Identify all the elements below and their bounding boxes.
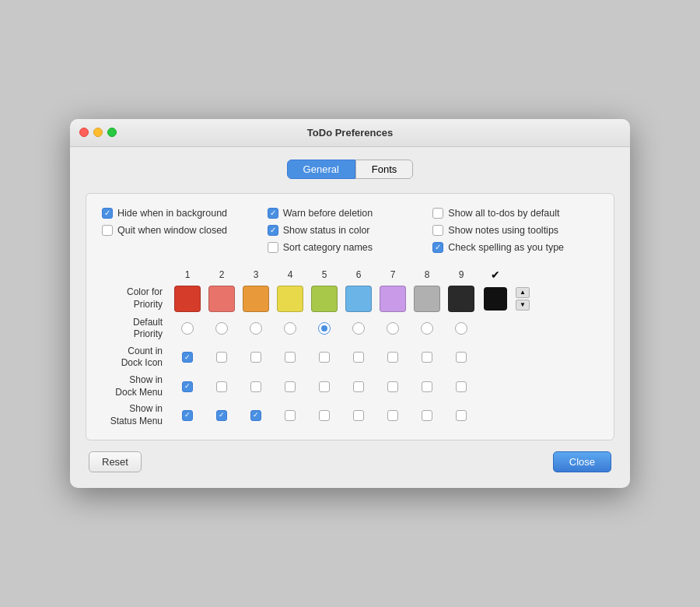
sort-category-item[interactable]: Sort category names: [268, 242, 433, 253]
color-swatch-selected[interactable]: [484, 287, 507, 311]
show-status-item[interactable]: Show status in color: [268, 225, 433, 236]
quit-window-checkbox[interactable]: [102, 225, 113, 236]
checkboxes-section: Hide when in background Quit when window…: [102, 208, 598, 253]
warn-deletion-label: Warn before deletion: [283, 208, 373, 219]
default-priority-row: DefaultPriority: [102, 317, 598, 341]
radio-2[interactable]: [215, 322, 228, 335]
zoom-button[interactable]: [107, 128, 117, 137]
count-dock-cb-5[interactable]: [319, 352, 330, 363]
sort-category-checkbox[interactable]: [268, 242, 278, 253]
count-dock-row: Count inDock Icon: [102, 346, 598, 370]
minimize-button[interactable]: [93, 128, 103, 137]
col-3-header: 3: [240, 269, 271, 280]
radio-5[interactable]: [318, 322, 331, 335]
col-9-header: 9: [446, 269, 477, 280]
window-title: ToDo Preferences: [307, 127, 393, 139]
checkbox-col-1: Hide when in background Quit when window…: [102, 208, 268, 253]
show-all-todos-label: Show all to-dos by default: [448, 208, 559, 219]
col-2-header: 2: [206, 269, 237, 280]
reset-button[interactable]: Reset: [89, 451, 142, 472]
checkbox-col-3: Show all to-dos by default Show notes us…: [432, 208, 598, 253]
col-4-header: 4: [275, 269, 306, 280]
show-status-cb-3[interactable]: [250, 410, 261, 421]
radio-9[interactable]: [455, 322, 467, 335]
check-spelling-checkbox[interactable]: [432, 242, 443, 253]
color-swatch-2[interactable]: [208, 286, 235, 312]
tab-fonts[interactable]: Fonts: [355, 160, 414, 179]
color-swatch-1[interactable]: [174, 286, 201, 312]
show-status-cb-6[interactable]: [353, 410, 364, 421]
show-dock-cb-8[interactable]: [422, 381, 432, 392]
warn-deletion-item[interactable]: Warn before deletion: [268, 208, 433, 219]
show-status-cb-1[interactable]: [182, 410, 193, 421]
show-status-cb-2[interactable]: [216, 410, 227, 421]
sort-category-label: Sort category names: [283, 242, 373, 253]
hide-background-item[interactable]: Hide when in background: [102, 208, 268, 219]
column-headers: 1 2 3 4 5 6 7 8 9 ✔: [172, 268, 511, 281]
check-spelling-label: Check spelling as you type: [448, 242, 564, 253]
show-notes-item[interactable]: Show notes using tooltips: [432, 225, 598, 236]
hide-background-label: Hide when in background: [117, 208, 227, 219]
show-status-checkbox[interactable]: [268, 225, 278, 236]
color-swatch-9[interactable]: [448, 286, 474, 312]
radio-7[interactable]: [387, 322, 399, 335]
count-dock-cb-1[interactable]: [182, 352, 193, 363]
show-dock-cb-5[interactable]: [319, 381, 330, 392]
close-button-main[interactable]: Close: [553, 451, 611, 472]
main-content: General Fonts Hide when in background Qu…: [70, 147, 630, 489]
show-status-checkboxes: [172, 410, 477, 421]
show-all-todos-item[interactable]: Show all to-dos by default: [432, 208, 598, 219]
radio-8[interactable]: [421, 322, 433, 335]
stepper-down[interactable]: ▼: [516, 300, 530, 311]
show-dock-checkboxes: [172, 381, 477, 392]
quit-window-label: Quit when window closed: [117, 225, 227, 236]
count-dock-cb-9[interactable]: [456, 352, 467, 363]
traffic-lights: [79, 128, 117, 137]
checkbox-col-2: Warn before deletion Show status in colo…: [268, 208, 433, 253]
tab-general[interactable]: General: [287, 160, 355, 179]
show-dock-cb-3[interactable]: [250, 381, 261, 392]
show-dock-cb-7[interactable]: [387, 381, 398, 392]
count-dock-cb-8[interactable]: [422, 352, 432, 363]
show-dock-cb-4[interactable]: [285, 381, 296, 392]
count-dock-cb-4[interactable]: [285, 352, 296, 363]
show-all-todos-checkbox[interactable]: [432, 208, 443, 219]
color-swatch-7[interactable]: [380, 286, 406, 312]
radio-6[interactable]: [352, 322, 365, 335]
radio-1[interactable]: [181, 322, 194, 335]
show-status-cb-9[interactable]: [456, 410, 467, 421]
quit-window-item[interactable]: Quit when window closed: [102, 225, 268, 236]
show-dock-cb-9[interactable]: [456, 381, 467, 392]
show-status-cb-5[interactable]: [319, 410, 330, 421]
count-dock-cb-6[interactable]: [353, 352, 364, 363]
color-swatch-6[interactable]: [345, 286, 372, 312]
radio-4[interactable]: [284, 322, 296, 335]
count-dock-cb-2[interactable]: [216, 352, 227, 363]
check-spelling-item[interactable]: Check spelling as you type: [432, 242, 598, 253]
color-swatch-4[interactable]: [277, 286, 303, 312]
show-dock-cb-1[interactable]: [182, 381, 193, 392]
count-dock-cb-3[interactable]: [250, 352, 261, 363]
col-7-header: 7: [377, 269, 408, 280]
show-status-cb-8[interactable]: [422, 410, 432, 421]
show-status-cb-7[interactable]: [387, 410, 398, 421]
color-swatch-8[interactable]: [414, 286, 440, 312]
titlebar: ToDo Preferences: [70, 119, 630, 147]
show-status-cb-4[interactable]: [285, 410, 296, 421]
col-check-header: ✔: [480, 268, 511, 281]
color-swatch-3[interactable]: [243, 286, 269, 312]
show-dock-cb-6[interactable]: [353, 381, 364, 392]
column-headers-row: 1 2 3 4 5 6 7 8 9 ✔: [102, 268, 598, 281]
default-priority-radios: [172, 322, 477, 335]
show-dock-cb-2[interactable]: [216, 381, 227, 392]
show-notes-label: Show notes using tooltips: [448, 225, 558, 236]
count-dock-cb-7[interactable]: [387, 352, 398, 363]
stepper-up[interactable]: ▲: [516, 287, 530, 298]
warn-deletion-checkbox[interactable]: [268, 208, 278, 219]
close-button[interactable]: [79, 128, 89, 137]
color-swatch-5[interactable]: [311, 286, 338, 312]
count-dock-checkboxes: [172, 352, 477, 363]
hide-background-checkbox[interactable]: [102, 208, 113, 219]
radio-3[interactable]: [250, 322, 262, 335]
show-notes-checkbox[interactable]: [432, 225, 443, 236]
